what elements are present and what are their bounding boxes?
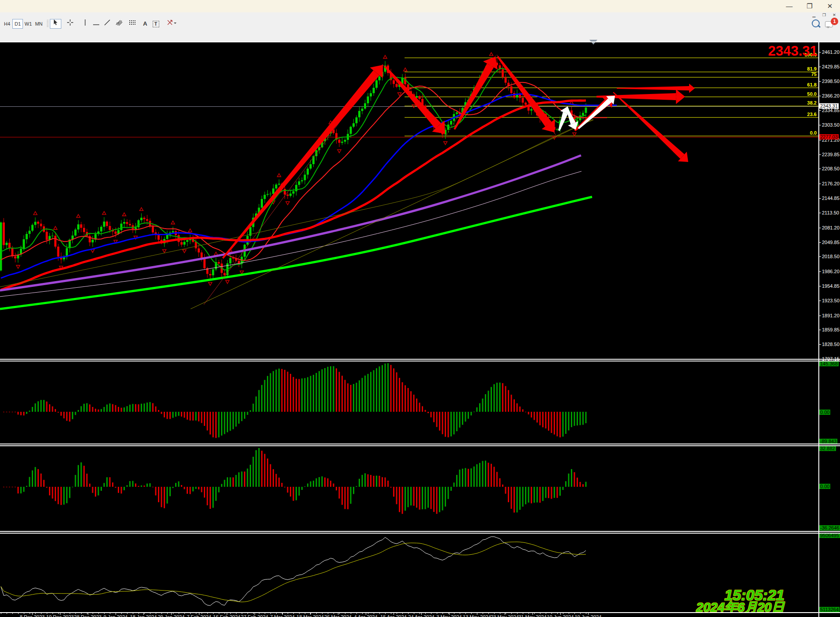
fractal-down-icon — [163, 249, 166, 252]
fractal-up-icon — [140, 207, 143, 211]
price-tick-label: 1891.20 — [822, 313, 840, 318]
arrow-zigzag-down-1[interactable] — [566, 107, 578, 130]
ma-blue[interactable] — [1, 94, 617, 278]
time-tick-label: 29 Jan 2024 — [158, 614, 185, 617]
price-tick-label: 1923.50 — [822, 298, 840, 303]
time-tick-label: 8 Dec 2023 — [20, 614, 45, 617]
fractal-down-icon — [183, 250, 186, 253]
clock-overlay: 15:05:21 2024年6月20日 — [696, 588, 784, 613]
price-tick — [819, 110, 821, 111]
fractal-down-icon — [338, 150, 341, 153]
price-tick — [819, 154, 821, 155]
time-tick-label: 18 Jan 2024 — [130, 614, 157, 617]
fib-label-0.0: 0.0 — [810, 130, 817, 135]
time-tick-label: 15 Apr 2024 — [380, 614, 406, 617]
price-tick-label: 2461.20 — [822, 49, 840, 55]
fractal-down-icon — [16, 265, 20, 268]
price-tick — [819, 316, 821, 316]
trendline-olive-support[interactable] — [191, 119, 593, 309]
panel-separator-2b[interactable] — [0, 445, 840, 446]
fractal-down-icon — [573, 133, 576, 136]
fib-label-23.6: 23.6 — [807, 112, 817, 117]
price-tick — [819, 169, 821, 169]
price-tick-label: 2081.20 — [822, 225, 840, 230]
fractal-down-icon — [286, 202, 289, 205]
fractal-up-icon — [77, 214, 80, 218]
price-scale-border[interactable] — [818, 41, 819, 617]
fractal-up-icon — [102, 211, 106, 214]
trading-platform-window: — ❐ ✕ ▁ ❐ ✕ H4D1W1MN — [0, 0, 840, 617]
panel-separator-3b[interactable] — [0, 533, 840, 534]
indicator-value-box: 0.00 — [819, 484, 830, 489]
panel-separator-1b[interactable] — [0, 361, 840, 361]
price-tick-label: 2018.50 — [822, 254, 840, 259]
price-tick-label: 2144.85 — [822, 196, 840, 201]
fractal-up-icon — [383, 55, 387, 58]
price-tick — [819, 125, 821, 125]
panel-separator-3[interactable] — [0, 531, 840, 532]
time-tick-label: 28 Dec 2023 — [74, 614, 101, 617]
fractal-up-icon — [171, 221, 175, 224]
fractal-down-icon — [209, 282, 212, 286]
fractal-up-icon — [54, 226, 57, 229]
current-price-box: 2343.31 — [819, 103, 839, 109]
price-tick — [819, 286, 821, 286]
price-tick — [819, 198, 821, 199]
fractal-up-icon — [490, 53, 493, 56]
panel-separator-2[interactable] — [0, 444, 840, 444]
indicator-value-box: 145.368 — [819, 361, 839, 366]
time-tick-label: 18 Mar 2024 — [296, 614, 324, 617]
fib-label-61.8: 61.8 — [807, 82, 817, 87]
bid-price-box: 2277.03 — [819, 134, 839, 139]
arrow-impulse-down-2[interactable] — [497, 56, 555, 132]
arrow-target-61.8[interactable] — [617, 84, 695, 93]
time-tick-label: 7 Feb 2024 — [187, 614, 211, 617]
price-tick-label: 2208.50 — [822, 166, 840, 171]
price-tick — [819, 67, 821, 67]
price-tick — [819, 140, 821, 140]
time-tick-label: 7 Mar 2024 — [270, 614, 295, 617]
flow-line-white[interactable] — [1, 537, 586, 606]
clock-time: 15:05:21 — [696, 588, 784, 602]
time-tick-label: 19 Dec 2023 — [46, 614, 74, 617]
fractal-up-icon — [188, 229, 192, 232]
indicator-value-box: -36.2646 — [819, 525, 840, 530]
time-tick-label: 10 Jun 2024 — [547, 614, 574, 617]
indicator-value-box: 0.00 — [819, 410, 830, 415]
ma-bright-green[interactable] — [0, 197, 592, 309]
price-tick-label: 2113.50 — [822, 210, 839, 215]
price-tick-label: 2049.85 — [822, 240, 840, 245]
price-tick-label: 2398.50 — [822, 79, 840, 84]
indicator-value-box: 32.882 — [819, 446, 836, 451]
fib-label-38.2: 38.2 — [807, 100, 817, 105]
flow-line-signal[interactable] — [1, 542, 586, 602]
fib-label-50.0: 50.0 — [807, 91, 817, 97]
price-tick-label: 2176.20 — [822, 181, 840, 186]
indicator-value-box: 5113264 — [819, 607, 840, 612]
fib-label-75: 75 — [811, 71, 817, 77]
panel-separator-1[interactable] — [0, 359, 840, 360]
price-tick-label: 1954.85 — [822, 283, 840, 289]
price-tick — [819, 271, 821, 272]
chart-canvas[interactable]: 100.081.97561.850.038.223.60.0 — [0, 0, 840, 617]
time-tick-label: 24 Apr 2024 — [408, 614, 434, 617]
fractal-up-icon — [404, 68, 407, 71]
fractal-up-icon — [34, 211, 37, 214]
arrow-impulse-up-2[interactable] — [454, 56, 498, 130]
price-tick-label: 2429.85 — [822, 64, 840, 69]
time-tick-label: 13 May 2024 — [463, 614, 491, 617]
time-tick-label: 26 Mar 2024 — [324, 614, 352, 617]
price-tick-label: 1859.85 — [822, 327, 840, 332]
time-axis[interactable]: 8 Dec 202319 Dec 202328 Dec 20239 Jan 20… — [0, 613, 818, 617]
price-tick — [819, 96, 821, 96]
price-tick — [819, 52, 821, 53]
axis-separator — [0, 612, 840, 613]
clock-date: 2024年6月20日 — [696, 602, 784, 613]
time-tick-label: 27 Feb 2024 — [241, 614, 268, 617]
price-tick-label: 1828.50 — [822, 342, 840, 347]
chart-top-border — [0, 41, 840, 42]
arrow-impulse-down-1[interactable] — [384, 66, 445, 134]
time-tick-label: 16 Feb 2024 — [213, 614, 240, 617]
fractal-up-icon — [278, 173, 281, 177]
price-tick-label: 2239.85 — [822, 152, 840, 157]
